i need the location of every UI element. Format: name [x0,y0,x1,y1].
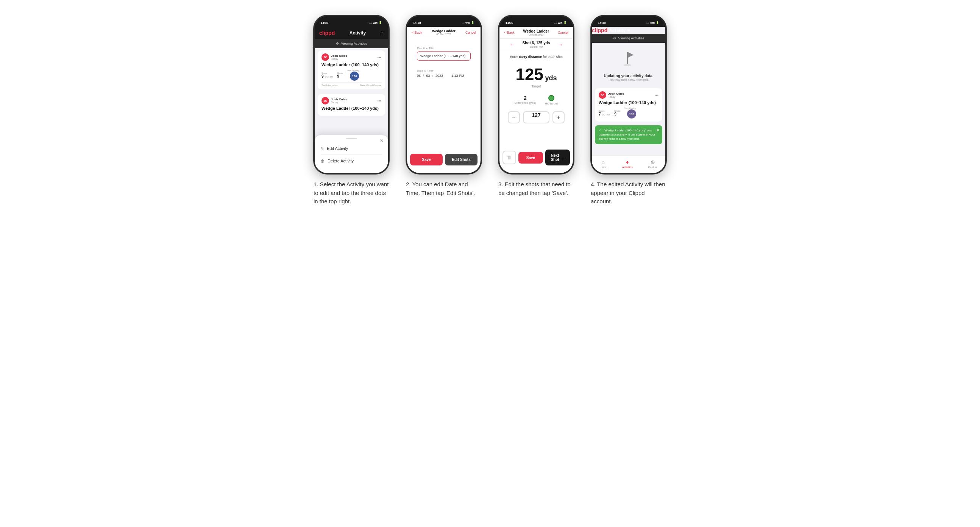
status-time-3: 14:39 [506,21,513,25]
clippd-logo-4: clippd [592,27,608,33]
delete-shot-button[interactable]: 🗑 [503,151,516,164]
nav-capture[interactable]: ⊕ Capture [648,159,658,168]
three-dots-2[interactable]: ••• [377,99,381,103]
quality-badge-4: 118 [627,110,636,119]
phone-2: 14:38 ▪▪▪ wifi 🔋 < Back Wedge Ladder 06 … [406,15,482,174]
status-icons-4: ▪▪▪ wifi 🔋 [646,21,659,24]
battery-icon-4: 🔋 [656,21,659,24]
date-time-section: Date & Time 06 / 03 / 2023 1:13 PM [413,66,474,81]
caption-1: 1. Select the Activity you want to edit … [313,180,389,206]
app-header-1: clippd Activity ≡ [315,27,388,39]
signal-icon-4: ▪▪▪ [646,22,649,24]
cancel-button-3[interactable]: Cancel [558,31,568,35]
card-header-4: JC Josh Coles Today ••• [599,91,659,99]
user-details-1: Josh Coles Today [331,54,347,60]
quality-badge-1: 130 [350,71,359,81]
save-button-2[interactable]: Save [410,154,443,165]
delete-activity-item[interactable]: 🗑 Delete Activity [321,155,382,167]
phone-column-2: 14:38 ▪▪▪ wifi 🔋 < Back Wedge Ladder 06 … [402,15,485,197]
phone-column-1: 14:38 ▪▪▪ wifi 🔋 clippd Activity ≡ ⚙ Vie… [310,15,393,206]
day-field[interactable]: 06 [417,74,421,78]
wifi-icon: wifi [373,22,377,24]
bottom-sheet: ✕ ✎ Edit Activity 🗑 Delete Activity [315,135,388,173]
header-sub-3: 06 Mar 2023 [523,33,549,36]
shots-value-4: 9 [614,112,620,116]
status-icons-1: ▪▪▪ wifi 🔋 [369,21,382,24]
sheet-handle [346,138,357,139]
next-shot-button[interactable]: Next Shot → [545,149,570,165]
distance-target-label: Target [503,84,569,88]
toast-close-icon[interactable]: ✕ [656,128,659,133]
phone-notch-2 [429,16,459,25]
hamburger-icon-4[interactable]: ≡ [627,27,630,33]
phone3-actions: 🗑 Save Next Shot → [503,149,570,165]
back-button-2[interactable]: < Back [412,31,422,35]
app-title-4: Activity [609,28,625,33]
carry-instruction: Enter carry distance for each shot [500,51,573,62]
caption-3: 3. Edit the shots that need to be change… [498,180,574,197]
activity-card-4[interactable]: JC Josh Coles Today ••• Wedge Ladder (10… [595,88,662,122]
three-dots-1[interactable]: ••• [377,55,381,59]
score-value-1: 9 [321,74,324,78]
phone-3: 14:39 ▪▪▪ wifi 🔋 < Back Wedge Ladder 06 … [498,15,574,174]
save-shot-button[interactable]: Save [519,152,543,163]
distance-number: 125 [516,65,543,84]
next-shot-arrow[interactable]: → [557,42,563,48]
score-value-4: 7 [599,112,601,116]
phone3-screen: < Back Wedge Ladder 06 Mar 2023 Cancel ←… [500,27,573,173]
shots-value-1: 9 [337,74,343,78]
nav-activities[interactable]: ♦ Activities [622,159,633,168]
stats-row-4: Score 7 OUT OF Shots 9 Shot Quality [599,107,659,119]
edit-activity-item[interactable]: ✎ Edit Activity [321,142,382,155]
prev-shot-arrow[interactable]: ← [510,42,515,48]
phone1-screen: clippd Activity ≡ ⚙ Viewing Activities J… [315,27,388,173]
svg-point-2 [624,64,631,66]
distance-input[interactable]: 127 [523,111,549,124]
check-icon: ✓ [599,129,601,132]
stats-row-1: Score 9 OUT OF Shots 9 Shot Quality [321,69,381,81]
quality-label-4: Shot Quality [624,107,636,110]
edit-shots-button[interactable]: Edit Shots [445,154,477,165]
year-field[interactable]: 2023 [436,74,443,78]
activity-card-2[interactable]: JC Josh Coles Today ••• Wedge Ladder (10… [318,94,385,116]
clippd-logo-1: clippd [319,30,335,36]
shot-header-center: Wedge Ladder 06 Mar 2023 [523,29,549,36]
form-area: Practice Title Wedge Ladder (100–140 yds… [407,38,480,86]
card-footer-1: Test Information Data: Clippd Capture [321,82,381,86]
minus-button[interactable]: − [508,111,520,124]
stat-score-1: Score 9 OUT OF [321,72,333,78]
activity-title-4: Wedge Ladder (100–140 yds) [599,100,659,105]
close-icon[interactable]: ✕ [380,138,383,143]
plus-button[interactable]: + [552,111,565,124]
footer-left-1: Test Information [321,84,338,86]
viewing-activities-label-4: Viewing Activities [618,37,644,40]
activity-card-1[interactable]: JC Josh Coles Today ••• Wedge Ladder (10… [318,50,385,89]
capture-icon: ⊕ [651,159,655,165]
stat-quality-4: Shot Quality 118 [624,107,636,119]
header-sub-2: 06 Mar 2023 [432,33,455,36]
nav-home[interactable]: ⌂ Home [600,159,607,168]
updating-text: Updating your activity data. This may ta… [592,72,665,86]
viewing-activities-bar-1: ⚙ Viewing Activities [315,39,388,48]
phone-notch-1 [336,16,367,25]
phone-column-3: 14:39 ▪▪▪ wifi 🔋 < Back Wedge Ladder 06 … [495,15,578,197]
hamburger-icon-1[interactable]: ≡ [380,30,383,36]
practice-title-input[interactable]: Wedge Ladder (100–140 yds) [417,51,471,60]
cancel-button-2[interactable]: Cancel [465,31,476,35]
stat-shots-1: Shots 9 [337,72,343,78]
filter-icon-4: ⚙ [613,37,616,40]
shot-score: Score 7/9 [523,45,550,48]
user-info-1: JC Josh Coles Today [321,53,347,61]
distance-display: 125 yds Target [500,62,573,92]
signal-icon-3: ▪▪▪ [554,22,557,24]
time-field[interactable]: 1:13 PM [451,74,464,78]
three-dots-4[interactable]: ••• [654,93,659,97]
phone-1: 14:38 ▪▪▪ wifi 🔋 clippd Activity ≡ ⚙ Vie… [313,15,389,174]
battery-icon-2: 🔋 [471,21,474,24]
user-details-2: Josh Coles Today [331,98,347,104]
back-button-3[interactable]: < Back [504,31,515,35]
edit-icon: ✎ [321,146,324,151]
month-field[interactable]: 03 [426,74,430,78]
capture-label: Capture [648,166,658,168]
phone-column-4: 14:38 ▪▪▪ wifi 🔋 clippd Activity ≡ ⚙ Vie… [587,15,670,206]
